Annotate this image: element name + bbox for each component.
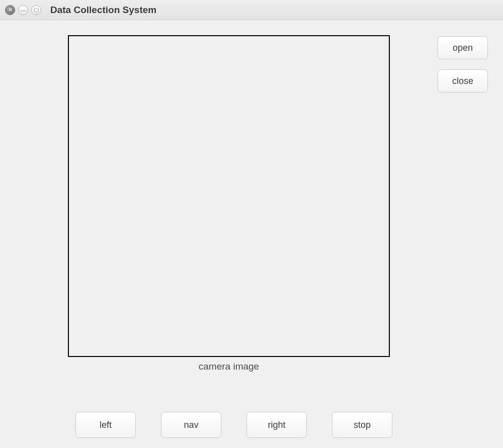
content-area: camera image open close left nav right s… bbox=[0, 20, 503, 448]
left-button[interactable]: left bbox=[75, 412, 136, 438]
close-icon[interactable]: ✕ bbox=[5, 5, 15, 15]
camera-image-label: camera image bbox=[199, 361, 259, 372]
maximize-icon[interactable]: ▢ bbox=[31, 5, 41, 15]
titlebar: ✕ — ▢ Data Collection System bbox=[0, 0, 503, 20]
open-button[interactable]: open bbox=[438, 36, 488, 59]
window-controls: ✕ — ▢ bbox=[5, 5, 41, 15]
app-window: ✕ — ▢ Data Collection System camera imag… bbox=[0, 0, 503, 448]
close-button[interactable]: close bbox=[438, 69, 488, 93]
nav-button[interactable]: nav bbox=[161, 412, 221, 438]
main-row: camera image open close bbox=[15, 35, 488, 394]
stop-button[interactable]: stop bbox=[332, 412, 392, 438]
window-title: Data Collection System bbox=[50, 5, 156, 16]
camera-image-box bbox=[68, 35, 390, 357]
camera-column: camera image bbox=[68, 35, 390, 394]
bottom-buttons: left nav right stop bbox=[75, 412, 488, 438]
minimize-icon[interactable]: — bbox=[18, 5, 28, 15]
side-buttons: open close bbox=[438, 35, 488, 394]
right-button[interactable]: right bbox=[246, 412, 307, 438]
